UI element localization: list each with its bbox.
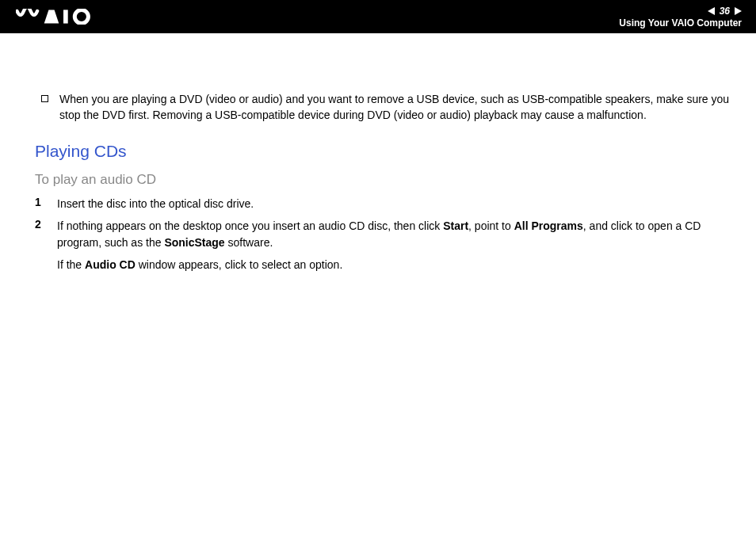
- svg-point-1: [74, 10, 88, 23]
- step-text: Insert the disc into the optical disc dr…: [57, 196, 254, 212]
- page-nav: 36: [708, 6, 742, 17]
- step-follow-text: If the Audio CD window appears, click to…: [57, 257, 732, 273]
- step-number: 1: [35, 196, 57, 208]
- numbered-list: 1 Insert the disc into the optical disc …: [35, 196, 732, 273]
- step-1: 1 Insert the disc into the optical disc …: [35, 196, 732, 212]
- vaio-logo: [16, 9, 95, 25]
- header-right: 36 Using Your VAIO Computer: [619, 6, 742, 29]
- step-number: 2: [35, 218, 57, 231]
- page-number: 36: [720, 6, 730, 17]
- prev-page-arrow-icon[interactable]: [708, 7, 715, 15]
- svg-rect-0: [63, 10, 68, 23]
- bullet-item: When you are playing a DVD (video or aud…: [41, 92, 732, 123]
- bullet-text: When you are playing a DVD (video or aud…: [59, 92, 732, 123]
- next-page-arrow-icon[interactable]: [735, 7, 742, 15]
- step-2: 2 If nothing appears on the desktop once…: [35, 218, 732, 250]
- bullet-marker-icon: [41, 95, 48, 102]
- section-heading: Playing CDs: [35, 142, 732, 161]
- sub-heading: To play an audio CD: [35, 172, 732, 188]
- header-section-title: Using Your VAIO Computer: [619, 17, 742, 29]
- page-header: 36 Using Your VAIO Computer: [0, 0, 756, 33]
- page-content: When you are playing a DVD (video or aud…: [0, 33, 756, 296]
- step-text: If nothing appears on the desktop once y…: [57, 218, 732, 250]
